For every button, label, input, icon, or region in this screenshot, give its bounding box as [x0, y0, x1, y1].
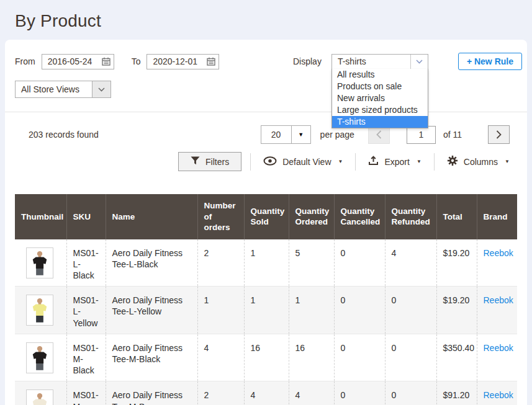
filters-button[interactable]: Filters	[178, 152, 241, 171]
toolbar-separator	[434, 153, 435, 171]
qty-refunded-cell: 0	[385, 334, 436, 381]
pager: ▼ per page of 11	[261, 125, 510, 144]
display-filter-group: Display T-shirts All results Products on…	[293, 53, 522, 70]
dropdown-option-products-on-sale[interactable]: Products on sale	[332, 81, 428, 92]
section-divider	[5, 112, 527, 112]
calendar-icon[interactable]	[207, 57, 215, 68]
qty-sold-cell: 1	[244, 287, 289, 334]
table-row: MS01-M-Brown Aero Daily Fitness Tee-M-Br…	[15, 381, 517, 405]
view-switcher[interactable]: Default View ▼	[259, 156, 346, 167]
records-row: 203 records found ▼ per page of 11	[15, 125, 522, 144]
orders-cell: 1	[197, 287, 244, 334]
export-label: Export	[384, 157, 409, 167]
qty-ordered-cell: 5	[289, 239, 334, 287]
brand-cell: Reebok	[477, 334, 517, 381]
gear-icon	[447, 155, 458, 168]
dropdown-option-large-sized-products[interactable]: Large sized products	[332, 104, 428, 116]
name-cell: Aero Daily Fitness Tee-M-Black	[106, 334, 197, 381]
col-header-brand[interactable]: Brand	[477, 194, 517, 239]
brand-link[interactable]: Reebok	[484, 343, 513, 353]
export-action[interactable]: Export ▼	[364, 156, 425, 167]
thumbnail-cell	[15, 334, 66, 381]
col-header-quantity-ordered[interactable]: Quantity Ordered	[289, 194, 334, 239]
qty-sold-cell: 16	[244, 334, 289, 381]
qty-ordered-cell: 1	[289, 287, 334, 334]
col-header-thumbnail[interactable]: Thumbnail	[15, 194, 66, 239]
table-header-row: Thumbnail SKU Name Number of orders Quan…	[15, 194, 517, 239]
table-row: MS01-M-Black Aero Daily Fitness Tee-M-Bl…	[15, 334, 517, 381]
store-view-value: All Store Views	[16, 84, 92, 94]
col-header-total[interactable]: Total	[436, 194, 477, 239]
qty-cancelled-cell: 0	[334, 381, 385, 405]
qty-ordered-cell: 16	[289, 334, 334, 381]
col-header-sku[interactable]: SKU	[66, 194, 106, 239]
report-table: Thumbnail SKU Name Number of orders Quan…	[15, 194, 517, 405]
total-cell: $350.40	[436, 334, 477, 381]
dropdown-option-t-shirts[interactable]: T-shirts	[332, 116, 428, 128]
from-date-field	[42, 54, 114, 69]
records-found-text: 203 records found	[29, 130, 99, 140]
col-header-quantity-refunded[interactable]: Quantity Refunded	[385, 194, 436, 239]
brand-cell: Reebok	[477, 239, 517, 287]
display-select[interactable]: T-shirts	[331, 54, 428, 69]
col-header-name[interactable]: Name	[106, 194, 197, 239]
total-pages-text: of 11	[443, 130, 462, 140]
name-cell: Aero Daily Fitness Tee-L-Yellow	[106, 287, 197, 334]
orders-cell: 2	[197, 381, 244, 405]
product-thumbnail	[26, 295, 53, 326]
table-row: MS01-L-Yellow Aero Daily Fitness Tee-L-Y…	[15, 287, 517, 334]
new-rule-button[interactable]: + New Rule	[458, 53, 522, 70]
store-view-select[interactable]: All Store Views	[15, 81, 111, 98]
dropdown-option-new-arrivals[interactable]: New arrivals	[332, 92, 428, 104]
qty-refunded-cell: 4	[385, 239, 436, 287]
next-page-button[interactable]	[488, 125, 510, 144]
total-cell: $19.20	[436, 287, 477, 334]
product-thumbnail	[26, 389, 53, 405]
calendar-icon[interactable]	[102, 57, 110, 68]
chevron-down-icon	[92, 81, 110, 97]
col-header-number-of-orders[interactable]: Number of orders	[197, 194, 244, 239]
col-header-quantity-cancelled[interactable]: Quantity Cancelled	[334, 194, 385, 239]
toolbar-separator	[355, 153, 356, 171]
columns-control[interactable]: Columns ▼	[443, 155, 513, 168]
to-date-field	[147, 54, 219, 69]
per-page-dropdown-button[interactable]: ▼	[292, 125, 311, 144]
caret-down-icon: ▼	[338, 159, 343, 164]
filter-funnel-icon	[191, 156, 200, 167]
sku-cell: MS01-M-Black	[66, 334, 106, 381]
brand-link[interactable]: Reebok	[484, 248, 513, 258]
page-title: By Product	[0, 0, 532, 40]
table-row: MS01-L-Black Aero Daily Fitness Tee-L-Bl…	[15, 239, 517, 287]
brand-link[interactable]: Reebok	[484, 390, 513, 400]
qty-cancelled-cell: 0	[334, 334, 385, 381]
from-label: From	[15, 56, 35, 66]
per-page-value-input[interactable]	[261, 125, 292, 144]
per-page-label: per page	[320, 130, 354, 140]
thumbnail-cell	[15, 239, 66, 287]
view-switcher-label: Default View	[282, 157, 331, 167]
qty-sold-cell: 1	[244, 239, 289, 287]
orders-cell: 4	[197, 334, 244, 381]
eye-icon	[263, 156, 277, 167]
current-page-input[interactable]	[407, 126, 436, 144]
qty-refunded-cell: 0	[385, 381, 436, 405]
report-panel: From To Display T-shirts	[5, 40, 527, 405]
product-thumbnail	[26, 342, 53, 373]
orders-cell: 2	[197, 239, 244, 287]
chevron-down-icon	[410, 55, 428, 69]
to-label: To	[132, 56, 141, 66]
sku-cell: MS01-M-Brown	[66, 381, 106, 405]
display-select-value: T-shirts	[332, 56, 410, 66]
dropdown-option-all-results[interactable]: All results	[332, 69, 428, 81]
display-label: Display	[293, 56, 322, 66]
previous-page-button[interactable]	[368, 125, 390, 144]
caret-down-icon: ▼	[505, 159, 510, 164]
col-header-quantity-sold[interactable]: Quantity Sold	[244, 194, 289, 239]
brand-link[interactable]: Reebok	[484, 295, 513, 305]
toolbar-separator	[250, 153, 251, 171]
brand-cell: Reebok	[477, 287, 517, 334]
name-cell: Aero Daily Fitness Tee-L-Black	[106, 239, 197, 287]
caret-down-icon: ▼	[417, 159, 422, 164]
thumbnail-cell	[15, 381, 66, 405]
name-cell: Aero Daily Fitness Tee-M-Brown	[106, 381, 197, 405]
